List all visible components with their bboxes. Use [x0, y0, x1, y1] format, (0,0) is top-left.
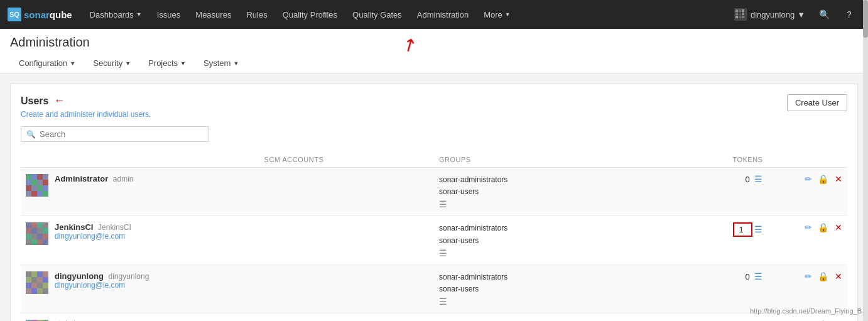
page-header: Administration Configuration ▼ Security …: [0, 29, 868, 73]
create-user-button[interactable]: Create User: [787, 94, 847, 111]
edit-user-button[interactable]: ✏: [805, 174, 812, 184]
token-list-icon[interactable]: ☰: [754, 224, 762, 234]
svg-rect-44: [37, 239, 43, 245]
subnav-projects[interactable]: Projects ▼: [139, 55, 195, 73]
user-login: admin: [113, 175, 134, 183]
logo[interactable]: SQ sonarqube: [8, 8, 72, 21]
svg-rect-47: [26, 271, 31, 277]
delete-user-button[interactable]: ✕: [835, 174, 842, 184]
svg-rect-36: [37, 228, 43, 234]
group-name: sonar-administrators: [439, 222, 668, 234]
nav-dashboards[interactable]: Dashboards ▼: [82, 0, 149, 29]
groups-header: GROUPS: [434, 152, 673, 168]
nav-issues[interactable]: Issues: [149, 0, 188, 29]
subnav-security[interactable]: Security ▼: [84, 55, 139, 73]
table-row: 炫宝宝 caihuayu 739611902@qq.com sonar-user…: [21, 313, 847, 321]
group-list-icon[interactable]: ☰: [439, 248, 447, 258]
security-arrow-icon: ▼: [125, 60, 131, 67]
table-row: dingyunlong dingyunlong dingyunlong@le.c…: [21, 264, 847, 313]
tokens-cell: 0 ☰: [673, 168, 768, 216]
user-display-name: dingyunlong: [55, 271, 104, 281]
svg-rect-21: [26, 185, 31, 191]
svg-rect-40: [37, 234, 43, 239]
scm-accounts-cell: [259, 264, 434, 313]
scroll-thumb[interactable]: [863, 0, 868, 38]
scm-accounts-cell: [259, 216, 434, 264]
svg-rect-50: [43, 271, 48, 277]
delete-user-button[interactable]: ✕: [835, 271, 842, 281]
watermark: http://blog.csdn.net/Dream_Flying_B: [750, 307, 862, 315]
users-heading: Users: [21, 95, 48, 107]
svg-rect-28: [43, 191, 48, 197]
users-subtitle: Create and administer individual users.: [21, 110, 151, 119]
svg-rect-38: [26, 234, 31, 239]
nav-administration[interactable]: Administration: [410, 0, 476, 29]
search-button[interactable]: 🔍: [813, 0, 835, 29]
token-count: 0: [746, 175, 750, 184]
svg-rect-24: [43, 185, 48, 191]
avatar: [26, 271, 48, 294]
svg-rect-16: [43, 174, 48, 180]
svg-rect-5: [742, 9, 744, 12]
token-highlight-box: 1: [733, 222, 752, 237]
user-display-name: JenkinsCI: [55, 222, 93, 232]
subnav-configuration[interactable]: Configuration ▼: [10, 55, 84, 73]
projects-arrow-icon: ▼: [180, 60, 186, 67]
svg-rect-49: [37, 271, 43, 277]
lock-user-button[interactable]: 🔒: [818, 222, 828, 232]
token-count: 0: [746, 272, 750, 281]
search-container: 🔍: [21, 126, 209, 142]
token-list-icon[interactable]: ☰: [754, 174, 762, 184]
groups-cell: sonar-users☰: [434, 313, 673, 321]
help-button[interactable]: ?: [838, 0, 860, 29]
delete-user-button[interactable]: ✕: [835, 222, 842, 232]
user-arrow-icon: ▼: [797, 10, 805, 19]
user-login: JenkinsCI: [98, 223, 131, 232]
edit-user-button[interactable]: ✏: [805, 271, 812, 281]
svg-rect-32: [37, 222, 43, 228]
lock-user-button[interactable]: 🔒: [818, 174, 828, 184]
search-input[interactable]: [40, 129, 203, 139]
edit-user-button[interactable]: ✏: [805, 222, 812, 232]
table-row: Administrator admin sonar-administrators…: [21, 168, 847, 216]
user-email: dingyunlong@le.com: [55, 232, 131, 241]
svg-rect-19: [37, 180, 43, 185]
nav-rules[interactable]: Rules: [239, 0, 274, 29]
token-list-icon[interactable]: ☰: [754, 271, 762, 281]
svg-rect-35: [31, 228, 37, 234]
users-table: SCM ACCOUNTS GROUPS TOKENS: [21, 152, 847, 321]
nav-quality-profiles[interactable]: Quality Profiles: [275, 0, 345, 29]
svg-rect-17: [26, 180, 31, 185]
group-name: sonar-users: [439, 186, 668, 198]
groups-cell: sonar-administratorssonar-users☰: [434, 216, 673, 264]
svg-rect-26: [31, 191, 37, 197]
svg-rect-18: [31, 180, 37, 185]
svg-rect-31: [31, 222, 37, 228]
lock-user-button[interactable]: 🔒: [818, 271, 828, 281]
subnav-system[interactable]: System ▼: [195, 55, 247, 73]
scroll-indicator[interactable]: [863, 0, 868, 321]
nav-measures[interactable]: Measures: [188, 0, 239, 29]
nav-more[interactable]: More ▼: [476, 0, 518, 29]
svg-rect-13: [26, 174, 31, 180]
logo-text: sonarqube: [24, 9, 72, 20]
svg-text:SQ: SQ: [9, 11, 19, 18]
tokens-cell: 1 ☰: [673, 216, 768, 264]
nav-quality-gates[interactable]: Quality Gates: [345, 0, 410, 29]
user-info-cell: Administrator admin: [21, 168, 259, 216]
svg-rect-7: [739, 13, 741, 15]
group-name: sonar-administrators: [439, 174, 668, 186]
svg-rect-62: [43, 288, 48, 294]
nav-user[interactable]: dingyunlong ▼: [729, 0, 810, 29]
svg-rect-22: [31, 185, 37, 191]
svg-rect-55: [26, 283, 31, 288]
svg-rect-11: [742, 16, 744, 18]
top-navigation: SQ sonarqube Dashboards ▼ Issues Measure…: [0, 0, 868, 29]
group-list-icon[interactable]: ☰: [439, 199, 447, 209]
system-arrow-icon: ▼: [233, 60, 239, 67]
svg-rect-30: [26, 222, 31, 228]
tokens-header: TOKENS: [673, 152, 768, 168]
svg-rect-23: [37, 185, 43, 191]
group-list-icon[interactable]: ☰: [439, 297, 447, 307]
more-arrow-icon: ▼: [505, 11, 511, 18]
